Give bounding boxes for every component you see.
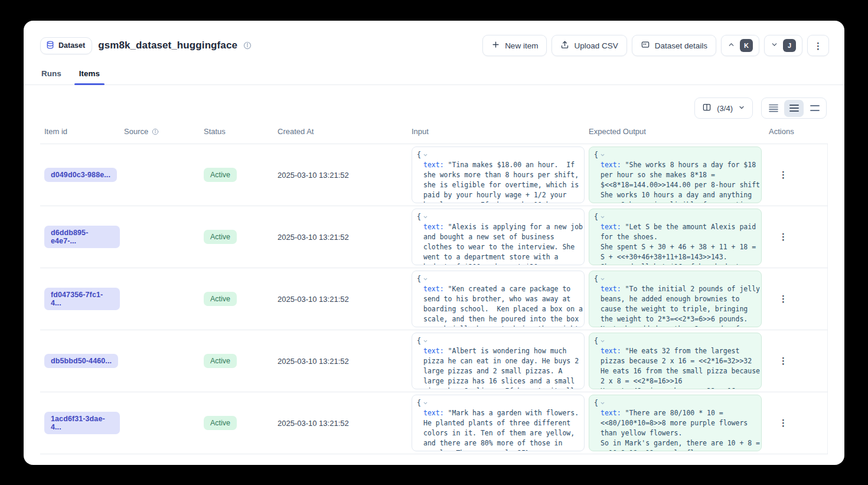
item-id-badge[interactable]: d049d0c3-988e... <box>44 168 117 182</box>
table-controls: (3/4) <box>24 85 844 127</box>
status-cell: Active <box>200 292 273 306</box>
json-collapse-toggle-icon[interactable] <box>423 152 428 158</box>
status-badge: Active <box>204 230 237 244</box>
json-code-line: paid by your hourly wage + 1/2 your <box>417 190 579 200</box>
open-brace: { <box>594 336 598 346</box>
json-code-line: and there are 80% more of those in <box>417 438 579 448</box>
title-group: Dataset gsm8k_dataset_huggingface <box>40 37 252 54</box>
json-code-line: She used all but $16 of her budget, so <box>594 262 756 265</box>
page-title: gsm8k_dataset_huggingface <box>98 40 237 51</box>
row-actions-button[interactable]: ⋮ <box>774 168 792 182</box>
kebab-icon: ⋮ <box>779 418 788 428</box>
json-code-line: <<80/100*10=8>>8 more purple flowers <box>594 418 756 428</box>
json-code-line: and bought a new set of business <box>417 232 579 242</box>
upload-csv-button[interactable]: Upload CSV <box>552 35 626 56</box>
json-key: text: <box>601 409 621 417</box>
items-table: Item id Source Status Created At Input E… <box>40 127 828 454</box>
open-brace: { <box>417 212 421 222</box>
dataset-details-button[interactable]: Dataset details <box>632 35 716 56</box>
expected-output-cell: {text: "Let S be the amount Alexis paidf… <box>585 209 765 265</box>
chevron-down-icon <box>771 41 778 50</box>
columns-icon <box>702 103 712 113</box>
json-collapse-toggle-icon[interactable] <box>600 152 605 158</box>
json-code-line: clothes to wear to the interview. She <box>417 242 579 252</box>
status-badge: Active <box>204 416 237 430</box>
status-cell: Active <box>200 354 273 368</box>
json-collapse-toggle-icon[interactable] <box>600 214 605 220</box>
expected-output-cell: {text: "She works 8 hours a day for $18p… <box>585 147 765 203</box>
table-body: d049d0c3-988e...Active2025-03-10 13:21:5… <box>40 144 828 454</box>
input-json: {text: "Mark has a garden with flowers.H… <box>412 395 585 451</box>
json-collapse-toggle-icon[interactable] <box>423 276 428 282</box>
item-id-badge[interactable]: d6ddb895-e4e7-... <box>44 226 120 248</box>
row-actions-button[interactable]: ⋮ <box>774 292 792 306</box>
row-height-small-button[interactable] <box>763 100 783 117</box>
dataset-type-badge: Dataset <box>40 37 92 54</box>
json-code-line: He eats 48 pieces because 32 + 16 = <box>594 386 756 389</box>
header-more-actions-button[interactable]: ⋮ <box>807 35 829 56</box>
col-header-expected-output: Expected Output <box>585 127 765 136</box>
chevron-down-icon <box>738 104 745 113</box>
row-actions-button[interactable]: ⋮ <box>774 230 792 244</box>
tab-items[interactable]: Items <box>78 66 101 84</box>
status-badge: Active <box>204 292 237 306</box>
json-collapse-toggle-icon[interactable] <box>600 338 605 344</box>
row-actions-button[interactable]: ⋮ <box>774 354 792 368</box>
json-collapse-toggle-icon[interactable] <box>423 338 428 344</box>
json-collapse-toggle-icon[interactable] <box>600 401 605 406</box>
json-code-line: text: "She works 8 hours a day for $18 <box>594 160 756 170</box>
source-info-icon[interactable] <box>152 128 159 135</box>
json-collapse-toggle-icon[interactable] <box>423 214 428 220</box>
open-brace: { <box>594 274 598 284</box>
collapse-user-button[interactable]: K <box>721 35 759 56</box>
item-id-cell: d049d0c3-988e... <box>40 168 120 182</box>
item-id-cell: fd047356-7fc1-4... <box>40 288 120 310</box>
item-id-badge[interactable]: db5bbd50-4460... <box>44 354 118 368</box>
json-code-line: beans, he added enough brownies to <box>594 294 756 304</box>
input-json: {text: "Albert is wondering how muchpizz… <box>412 333 585 389</box>
json-brace-line: { <box>417 398 579 408</box>
open-brace: { <box>417 336 421 346</box>
details-panel-icon <box>641 40 650 51</box>
expected-output-json: {text: "He eats 32 from the largestpizza… <box>589 333 762 389</box>
row-height-toggle-group <box>761 97 827 119</box>
json-collapse-toggle-icon[interactable] <box>423 401 428 406</box>
json-code-line: text: "Ken created a care package to <box>417 284 579 294</box>
json-code-line: text: "Tina makes $18.00 an hour. If <box>417 160 579 170</box>
new-item-button[interactable]: New item <box>482 35 547 56</box>
json-code-line: text: "Mark has a garden with flowers. <box>417 408 579 418</box>
item-id-badge[interactable]: fd047356-7fc1-4... <box>44 288 120 310</box>
json-key: text: <box>423 223 444 231</box>
row-actions-button[interactable]: ⋮ <box>774 416 792 430</box>
actions-cell: ⋮ <box>765 268 828 330</box>
input-cell: {text: "Ken created a care package tosen… <box>407 271 585 327</box>
status-badge: Active <box>204 168 237 182</box>
json-code-line: she is eligible for overtime, which is <box>417 180 579 190</box>
plus-icon <box>491 40 500 51</box>
row-height-medium-button[interactable] <box>784 100 804 117</box>
expected-output-json: {text: "She works 8 hours a day for $18p… <box>589 147 762 203</box>
dataset-info-icon[interactable] <box>243 41 252 50</box>
columns-selector-button[interactable]: (3/4) <box>694 97 753 119</box>
json-collapse-toggle-icon[interactable] <box>600 276 605 282</box>
open-brace: { <box>594 150 598 160</box>
json-key: text: <box>601 285 621 293</box>
json-key: text: <box>601 347 621 355</box>
expand-user-button[interactable]: J <box>764 35 802 56</box>
json-code-line: hourly wage. If she works 10 hours <box>417 200 579 203</box>
expected-output-json: {text: "To the initial 2 pounds of jelly… <box>589 271 762 327</box>
new-item-label: New item <box>505 41 538 50</box>
avatar-k: K <box>740 39 753 52</box>
row-height-large-button[interactable] <box>805 100 824 117</box>
json-key: text: <box>423 285 444 293</box>
table-row: fd047356-7fc1-4...Active2025-03-10 13:21… <box>40 268 828 330</box>
input-cell: {text: "Alexis is applying for a new job… <box>407 209 585 265</box>
col-header-source: Source <box>120 127 200 136</box>
json-code-line: per hour so she makes 8*18 = <box>594 170 756 180</box>
tab-runs[interactable]: Runs <box>40 66 63 84</box>
json-code-line: So in Mark's garden, there are 10 + 8 = <box>594 438 756 448</box>
actions-cell: ⋮ <box>765 330 828 392</box>
item-id-badge[interactable]: 1acd6f31-3dae-4... <box>44 412 120 434</box>
kebab-icon: ⋮ <box>779 294 788 304</box>
expected-output-json: {text: "There are 80/100 * 10 =<<80/100*… <box>589 395 762 451</box>
